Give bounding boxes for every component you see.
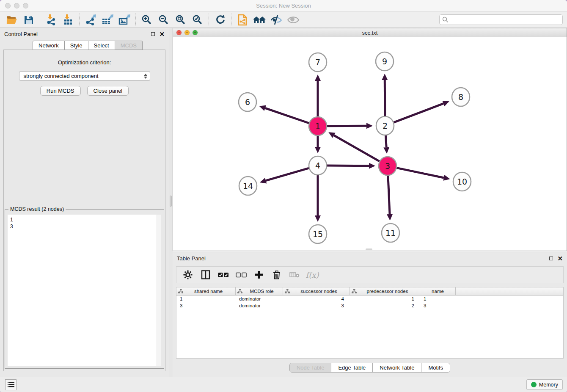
memory-button[interactable]: Memory [526,379,563,390]
divider-handle-horizontal[interactable] [366,248,372,250]
save-session-button[interactable] [20,13,37,27]
graph-edge-1-6[interactable] [265,108,310,123]
toolbar-separator [135,14,136,26]
node-table[interactable]: shared name MCDS role successor nodes [176,287,564,359]
network-window-title: scc.txt [173,30,567,36]
graph-edge-3-11[interactable] [388,174,390,214]
dropdown-stepper-icon [144,74,147,79]
table-header-row: shared name MCDS role successor nodes [176,287,563,295]
search-input[interactable] [439,14,563,25]
graph-node-label-7: 7 [315,58,320,67]
cell-predecessor-nodes: 2 [350,302,420,309]
table-row[interactable]: 3 dominator 3 2 3 [176,302,563,309]
table-row[interactable]: 1 dominator 4 1 1 [176,295,563,302]
network-view-window: × − + scc.txt 1234678910111415 [173,28,567,251]
criterion-dropdown[interactable]: strongly connected component [19,71,150,81]
graph-edge-4-14[interactable] [266,168,310,181]
close-panel-button[interactable]: Close panel [87,86,129,96]
eye-icon [287,15,300,25]
tab-style[interactable]: Style [65,41,88,50]
table-tabs: Node Table Edge Table Network Table Moti… [173,363,567,373]
graph-edge-arrow-2-9 [382,74,388,80]
close-panel-icon[interactable]: ✕ [159,31,165,37]
column-header-shared-name[interactable]: shared name [176,287,236,295]
graph-edge-2-9[interactable] [385,80,385,117]
graph-edge-2-8[interactable] [393,104,443,123]
graph-edge-2-3[interactable] [385,134,386,147]
tab-network-table[interactable]: Network Table [372,363,421,372]
graph-edge-1-2[interactable] [326,126,366,126]
run-mcds-button[interactable]: Run MCDS [40,86,81,96]
column-header-mcds-role[interactable]: MCDS role [236,287,283,295]
select-all-button[interactable] [216,268,231,282]
tab-mcds[interactable]: MCDS [115,41,143,50]
graph-edge-arrow-3-10 [443,175,450,181]
control-panel-tabs: Network Style Select MCDS [33,41,143,50]
add-button[interactable] [252,268,266,282]
first-neighbors-button[interactable] [251,13,268,27]
column-type-icon [237,289,242,294]
show-columns-button[interactable] [198,268,213,282]
search-field-wrap [439,14,563,25]
zoom-out-icon [158,14,169,25]
divider-handle[interactable] [170,196,172,207]
zoom-selected-button[interactable] [189,13,206,27]
result-scrollbar[interactable] [157,215,161,366]
deselect-all-button[interactable] [234,268,248,282]
tab-select[interactable]: Select [88,41,115,50]
column-header-predecessor-nodes[interactable]: predecessor nodes [350,287,420,295]
delete-button[interactable] [270,268,284,282]
tab-network[interactable]: Network [33,41,65,50]
task-history-button[interactable] [5,379,17,390]
table-panel-header: Table Panel ✕ [173,252,567,264]
toggle-graphics-details-button[interactable] [268,13,285,27]
export-table-icon [102,14,113,25]
cell-shared-name: 3 [176,302,236,309]
table-settings-button[interactable] [181,268,195,282]
graph-edge-4-3[interactable] [326,166,369,166]
graph-edge-3-10[interactable] [396,168,444,178]
cell-successor-nodes: 3 [283,302,350,309]
zoom-out-button[interactable] [155,13,172,27]
open-session-icon [6,15,18,25]
column-header-successor-nodes[interactable]: successor nodes [283,287,350,295]
export-image-button[interactable] [116,13,133,27]
export-network-button[interactable] [82,13,99,27]
close-panel-icon[interactable]: ✕ [557,255,563,262]
table-panel: Table Panel ✕ [173,252,567,377]
tab-motifs[interactable]: Motifs [421,363,450,372]
float-panel-icon[interactable] [549,257,553,260]
zoom-fit-button[interactable] [172,13,189,27]
cell-shared-name: 1 [176,295,236,302]
eye-button[interactable] [285,13,302,27]
column-type-icon [178,289,183,294]
graph-edge-3-1[interactable] [334,135,380,162]
cell-mcds-role: dominator [236,302,283,309]
graph-node-label-11: 11 [385,228,396,237]
tab-edge-table[interactable]: Edge Table [331,363,372,372]
delete-column-button[interactable] [287,268,302,282]
graph-edge-arrow-1-2 [366,123,373,129]
apply-layout-button[interactable] [212,13,228,27]
open-network-file-button[interactable] [234,13,251,27]
graph-edge-arrow-4-15 [315,215,321,222]
export-network-icon [85,14,96,25]
search-icon [442,17,449,23]
zoom-in-button[interactable] [138,13,155,27]
network-canvas[interactable]: 1234678910111415 [173,38,567,251]
column-header-name[interactable]: name [420,287,456,295]
mcds-result-item: 1 [8,215,161,223]
mcds-tab-content: Optimization criterion: strongly connect… [3,50,165,371]
export-table-button[interactable] [99,13,116,27]
graph-edge-arrow-4-14 [260,178,267,183]
mcds-result-list[interactable]: 1 3 [8,215,161,366]
import-network-button[interactable] [43,13,60,27]
toolbar-separator [231,14,231,26]
control-panel-header: Control Panel ✕ [0,28,169,40]
float-panel-icon[interactable] [151,32,155,36]
import-table-button[interactable] [60,13,77,27]
tab-node-table[interactable]: Node Table [290,363,331,372]
function-builder-button[interactable]: f(x) [305,268,319,282]
open-session-button[interactable] [3,13,20,27]
split-divider-vertical[interactable] [169,28,173,377]
